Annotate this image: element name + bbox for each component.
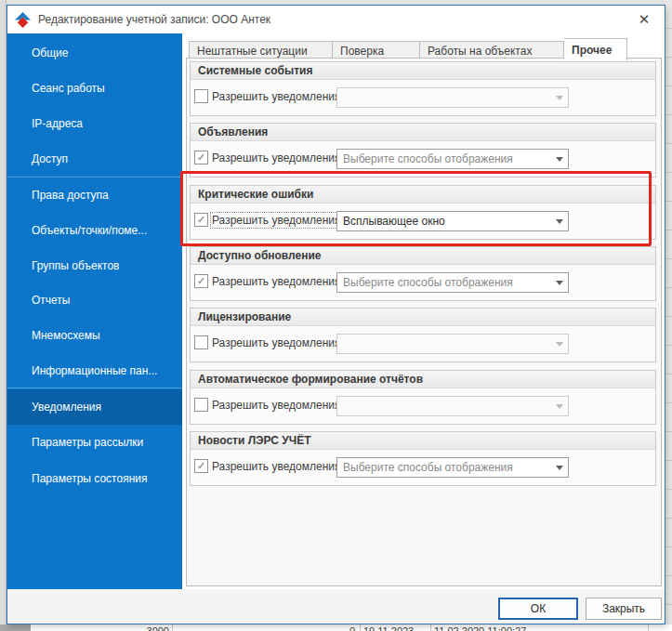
background-row-header-cell: [0, 624, 31, 631]
notification-section: Новости ЛЭРС УЧЁТ ✓ Разрешить уведомлени…: [190, 431, 656, 486]
sidebar-item-13[interactable]: Параметры состояния: [7, 461, 182, 496]
section-row: Разрешить уведомления: [191, 326, 655, 362]
close-button[interactable]: Закрыть: [586, 598, 662, 620]
sidebar-item-label: Общие: [32, 46, 68, 59]
allow-notifications-label: Разрешить уведомления: [212, 151, 341, 164]
sidebar-item-label: Отчеты: [32, 294, 70, 307]
sidebar-item-label: Права доступа: [32, 189, 109, 202]
sidebar-item-label: Мнемосхемы: [32, 329, 100, 342]
allow-notifications-label: Разрешить уведомления: [212, 336, 341, 349]
allow-notifications-checkbox[interactable]: ✓: [194, 213, 208, 227]
dropdown-value: Всплывающее окно: [337, 215, 551, 228]
sidebar-item-label: Объекты/точки/поме...: [32, 224, 147, 237]
notification-section: Объявления ✓ Разрешить уведомления Выбер…: [190, 123, 656, 177]
dialog-title: Редактирование учетной записи: ООО Антек: [38, 13, 270, 26]
ok-button[interactable]: ОК: [498, 598, 578, 620]
check-icon: ✓: [197, 215, 205, 225]
notification-section: Критические ошибки ✓ Разрешить уведомлен…: [190, 185, 656, 240]
section-title: Лицензирование: [191, 309, 655, 326]
background-cell-separator: [430, 624, 431, 631]
background-cell: 3000: [139, 625, 169, 631]
allow-notifications-checkbox[interactable]: [194, 89, 208, 103]
allow-notifications-checkbox[interactable]: [194, 398, 208, 412]
edit-account-dialog: Редактирование учетной записи: ООО Антек…: [7, 5, 665, 624]
app-logo-icon: [15, 12, 31, 28]
section-row: Разрешить уведомления: [191, 388, 655, 425]
display-methods-dropdown: [336, 87, 569, 108]
section-row: ✓ Разрешить уведомления Выберите способы…: [191, 141, 655, 177]
sidebar-item-11[interactable]: Уведомления: [7, 389, 182, 425]
sidebar-item-8[interactable]: Отчеты: [7, 283, 182, 318]
section-title: Новости ЛЭРС УЧЁТ: [191, 432, 655, 450]
chevron-down-icon: [551, 281, 568, 285]
sidebar-item-1[interactable]: Общие: [7, 35, 182, 71]
notification-section: Доступно обновление ✓ Разрешить уведомле…: [190, 246, 656, 301]
chevron-down-icon: [551, 404, 568, 409]
allow-notifications-label: Разрешить уведомления: [212, 460, 341, 473]
allow-notifications-label: Разрешить уведомления: [212, 90, 341, 103]
allow-notifications-checkbox[interactable]: ✓: [194, 274, 208, 288]
background-app-left-edge: [0, 0, 7, 631]
main-area: Нештатные ситуации Поверка Работы на объ…: [182, 33, 665, 589]
notification-section: Автоматическое формирование отчётов Разр…: [190, 370, 656, 425]
section-title: Критические ошибки: [191, 186, 655, 204]
dialog-footer: ОК Закрыть: [7, 589, 665, 624]
sidebar-item-9[interactable]: Мнемосхемы: [7, 318, 182, 353]
section-row: ✓ Разрешить уведомления Всплывающее окно: [191, 204, 655, 240]
sidebar-item-7[interactable]: Группы объектов: [7, 248, 182, 283]
sidebar-item-label: Группы объектов: [32, 259, 119, 272]
display-methods-dropdown[interactable]: Всплывающее окно: [336, 211, 569, 231]
background-cell-separator: [360, 624, 361, 631]
allow-notifications-checkbox[interactable]: ✓: [194, 459, 208, 473]
section-row: Разрешить уведомления: [191, 80, 655, 116]
background-app-right-edge: [665, 0, 672, 631]
tab-4[interactable]: Прочее: [564, 38, 627, 60]
display-methods-dropdown[interactable]: Выберите способы отображения: [336, 457, 569, 478]
chevron-down-icon: [551, 466, 568, 470]
sidebar-item-label: Уведомления: [32, 401, 101, 414]
section-title: Системные события: [191, 62, 655, 80]
section-row: ✓ Разрешить уведомления Выберите способы…: [191, 265, 655, 301]
sidebar-item-12[interactable]: Параметры рассылки: [7, 425, 182, 460]
chevron-down-icon: [551, 342, 568, 347]
check-icon: ✓: [197, 152, 205, 163]
dropdown-value: Выберите способы отображения: [337, 152, 551, 165]
notifications-panel: Системные события Разрешить уведомления …: [186, 58, 662, 586]
sidebar-item-label: Информационные пан...: [32, 364, 157, 377]
check-icon: ✓: [197, 461, 205, 471]
chevron-down-icon: [551, 96, 568, 100]
sidebar-item-4[interactable]: Доступ: [7, 141, 182, 177]
sidebar-divider: [7, 177, 182, 177]
section-title: Объявления: [191, 124, 655, 141]
background-cell: 11.02.2020 11:00:27: [434, 625, 546, 631]
check-icon: ✓: [197, 276, 205, 286]
allow-notifications-label: Разрешить уведомления: [212, 399, 341, 412]
display-methods-dropdown[interactable]: Выберите способы отображения: [336, 149, 569, 169]
allow-notifications-checkbox[interactable]: [194, 335, 208, 349]
sidebar-item-10[interactable]: Информационные пан...: [7, 353, 182, 388]
sidebar-item-5[interactable]: Права доступа: [7, 177, 182, 213]
close-icon[interactable]: ✕: [633, 9, 655, 30]
background-cell-separator: [648, 624, 649, 631]
sidebar-item-label: IP-адреса: [32, 117, 83, 130]
sidebar-item-label: Параметры рассылки: [32, 436, 143, 449]
background-table-row: 3000019.11.202311.02.2020 11:00:27: [0, 624, 672, 631]
dropdown-value: Выберите способы отображения: [337, 461, 551, 474]
section-title: Доступно обновление: [191, 247, 655, 265]
sidebar-nav: Общие Сеанс работы IP-адреса Доступ Прав…: [7, 33, 182, 589]
sidebar-item-6[interactable]: Объекты/точки/поме...: [7, 213, 182, 248]
dialog-titlebar: Редактирование учетной записи: ООО Антек…: [7, 6, 665, 33]
tab-label: Нештатные ситуации: [197, 45, 308, 58]
section-row: ✓ Разрешить уведомления Выберите способы…: [191, 450, 655, 486]
allow-notifications-label: Разрешить уведомления: [212, 214, 341, 227]
tab-label: Поверка: [340, 45, 384, 58]
display-methods-dropdown[interactable]: Выберите способы отображения: [336, 272, 569, 293]
sidebar-divider: [7, 388, 182, 388]
sidebar-item-2[interactable]: Сеанс работы: [7, 71, 182, 106]
sidebar-item-3[interactable]: IP-адреса: [7, 106, 182, 141]
allow-notifications-checkbox[interactable]: ✓: [194, 151, 208, 164]
dropdown-value: Выберите способы отображения: [337, 276, 551, 289]
background-cell: 19.11.2023: [363, 625, 438, 631]
chevron-down-icon: [551, 219, 568, 224]
sidebar-item-label: Доступ: [32, 152, 68, 165]
